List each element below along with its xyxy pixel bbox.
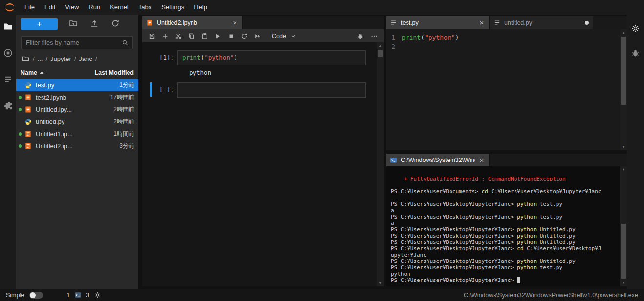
extension-manager-icon[interactable] (3, 100, 13, 110)
cell-code-editor[interactable]: print("python") (177, 50, 366, 65)
terminal-text: python (517, 226, 537, 233)
home-folder-icon[interactable] (22, 56, 30, 62)
file-row[interactable]: Untitled.ipy...2時間前 (16, 103, 138, 116)
file-row[interactable]: Untitled2.ip...3分前 (16, 140, 138, 152)
terminal-content[interactable]: + FullyQualifiedErrorId : CommandNotFoun… (386, 166, 627, 286)
cell-type-dropdown[interactable]: Code (272, 33, 296, 40)
close-tab-icon[interactable] (232, 20, 238, 26)
menu-item-file[interactable]: File (20, 0, 40, 15)
restart-run-all-icon[interactable] (251, 30, 264, 41)
menu-item-kernel[interactable]: Kernel (105, 0, 133, 15)
terminal-tab-bar: C:\Windows\System32\Wind (386, 154, 627, 166)
sort-by-name-header[interactable]: Name (21, 69, 44, 76)
upload-icon[interactable] (90, 19, 100, 29)
editor-scrollbar[interactable] (620, 29, 627, 150)
menu-item-settings[interactable]: Settings (156, 0, 189, 15)
debugger-icon[interactable] (353, 30, 366, 41)
restart-kernel-icon[interactable] (237, 30, 251, 41)
file-last-modified: 17時間前 (110, 93, 134, 101)
notebook-file-icon (24, 130, 32, 138)
terminal-tab[interactable]: C:\Windows\System32\Wind (386, 154, 490, 166)
scroll-down-icon[interactable] (620, 144, 627, 150)
terminal-scrollbar[interactable] (620, 166, 627, 286)
notebook-file-icon (146, 19, 153, 26)
simple-mode-toggle[interactable] (29, 292, 43, 299)
running-sessions-status[interactable]: 1 3 (66, 291, 101, 299)
terminal-line: PS C:¥Users¥user¥Desktop¥Jupyter¥Janc> p… (391, 226, 617, 233)
more-commands-icon[interactable] (367, 30, 381, 41)
breadcrumb-segment[interactable]: Janc (79, 55, 92, 62)
add-cell-icon[interactable] (158, 30, 172, 41)
scroll-up-icon[interactable] (620, 166, 627, 173)
file-browser-icon[interactable] (3, 21, 13, 31)
save-icon[interactable] (145, 30, 158, 41)
scroll-down-icon[interactable] (377, 280, 384, 286)
menu-bar: FileEditViewRunKernelTabsSettingsHelp (0, 0, 644, 15)
terminal-line: PS C:¥Users¥user¥Desktop¥Jupyter¥Janc> p… (391, 214, 617, 220)
cell-code-editor[interactable] (177, 82, 366, 98)
close-tab-icon[interactable] (478, 157, 485, 163)
menu-item-help[interactable]: Help (189, 0, 212, 15)
new-launcher-button[interactable]: + (21, 18, 58, 30)
filter-files-input[interactable] (26, 39, 122, 46)
toggle-knob (30, 292, 36, 298)
menu-item-run[interactable]: Run (84, 0, 105, 15)
table-of-contents-icon[interactable] (3, 74, 13, 84)
new-folder-icon[interactable] (69, 19, 79, 29)
cell-output: python (189, 69, 366, 76)
terminal-line: upyter¥Janc (391, 252, 617, 258)
file-row[interactable]: Untitled1.ip...1時間前 (16, 128, 138, 140)
file-row[interactable]: test2.ipynb17時間前 (16, 91, 138, 103)
debugger-sidebar-icon[interactable] (631, 48, 641, 58)
notebook-cell[interactable]: [1]:print("python") (147, 50, 366, 65)
file-row[interactable]: test.py1分前 (16, 79, 138, 91)
terminal-text: PS C:¥Users¥user¥Desktop¥Jupyter¥Janc> (391, 214, 517, 220)
editor-content[interactable]: 1print("python")2 (386, 29, 627, 150)
editor-tab[interactable]: untitled.py (490, 16, 593, 29)
notebook-cell[interactable]: [ ]: (147, 82, 366, 98)
file-row[interactable]: untitled.py2時間前 (16, 116, 138, 128)
terminal-text: upyter¥Janc (391, 252, 427, 258)
cell-type-label: Code (272, 33, 286, 40)
scroll-up-icon[interactable] (620, 29, 627, 36)
menu-item-edit[interactable]: Edit (40, 0, 60, 15)
copy-cells-icon[interactable] (185, 30, 198, 41)
breadcrumb-segment[interactable]: Jupyter (50, 55, 71, 62)
scroll-up-icon[interactable] (377, 42, 384, 49)
terminal-line: PS C:¥Users¥user¥Desktop¥Jupyter¥Janc> p… (391, 239, 617, 245)
property-inspector-icon[interactable] (631, 23, 641, 33)
terminal-count: 1 (66, 292, 70, 299)
paste-cells-icon[interactable] (198, 30, 211, 41)
active-cell-indicator (150, 82, 152, 97)
file-last-modified: 1時間前 (113, 130, 134, 138)
interrupt-kernel-icon[interactable] (224, 30, 237, 41)
status-bar: Simple 1 3 C:\Windows\System32\WindowsPo… (0, 289, 644, 301)
scrollbar-thumb[interactable] (621, 224, 626, 279)
last-modified-header[interactable]: Last Modified (94, 69, 134, 76)
cut-cells-icon[interactable] (172, 30, 185, 41)
run-cell-icon[interactable] (211, 30, 224, 41)
notebook-tab[interactable]: Untitled2.ipynb (142, 16, 243, 29)
code-token: print (402, 34, 421, 41)
name-column-label: Name (21, 69, 37, 76)
close-tab-icon[interactable] (478, 20, 485, 26)
terminal-text: cd (481, 188, 488, 195)
menu-item-view[interactable]: View (60, 0, 84, 15)
python-file-icon (24, 118, 32, 126)
notebook-scrollbar[interactable] (377, 42, 384, 286)
terminal-text: python (391, 271, 410, 277)
notebook-file-icon (24, 94, 32, 101)
notebook-content: [1]:print("python")python[ ]: (142, 42, 384, 286)
scroll-down-icon[interactable] (620, 280, 627, 286)
scrollbar-thumb[interactable] (621, 37, 626, 105)
scrollbar-thumb[interactable] (378, 50, 383, 57)
terminal-line: PS C:¥Users¥user¥Desktop¥Jupyter¥Janc> p… (391, 264, 617, 271)
file-name: test2.ipynb (36, 94, 110, 101)
menu-item-tabs[interactable]: Tabs (133, 0, 156, 15)
editor-tab[interactable]: test.py (386, 16, 490, 29)
terminal-text: Untitled.py (537, 226, 575, 233)
terminal-text: PS C:¥Users¥user¥Documents> (391, 188, 481, 195)
running-sessions-icon[interactable] (3, 48, 13, 58)
breadcrumb-segment[interactable]: ... (38, 55, 43, 62)
refresh-icon[interactable] (111, 19, 121, 29)
